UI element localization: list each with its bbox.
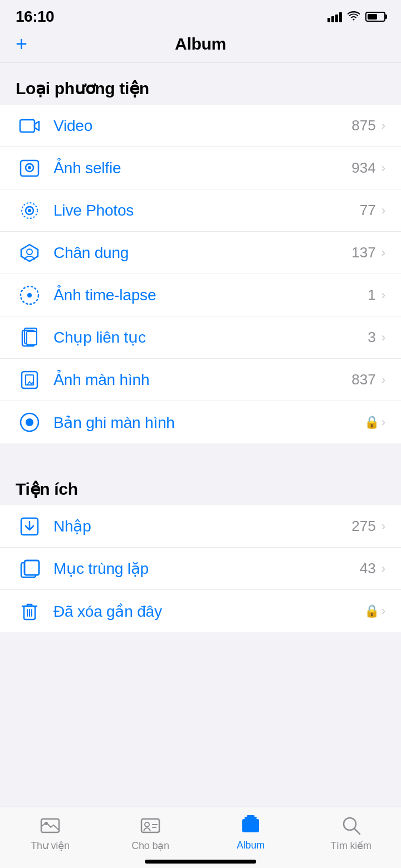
utilities-title: Tiện ích <box>16 480 78 498</box>
duplicates-label: Mục trùng lặp <box>53 559 360 578</box>
import-icon <box>16 513 43 540</box>
portrait-chevron: › <box>382 246 385 260</box>
selfie-count: 934 <box>351 159 375 177</box>
screen-record-icon <box>16 408 43 436</box>
selfie-icon <box>16 154 43 182</box>
video-count: 875 <box>351 117 375 134</box>
svg-rect-25 <box>41 819 59 832</box>
status-icons <box>327 11 385 23</box>
media-types-header: Loại phương tiện <box>0 63 401 105</box>
list-item-video[interactable]: Video 875 › <box>0 105 401 147</box>
recently-deleted-label: Đã xóa gần đây <box>53 602 364 621</box>
recently-deleted-chevron: › <box>382 604 385 618</box>
status-time: 16:10 <box>16 8 54 26</box>
selfie-chevron: › <box>382 161 385 175</box>
burst-count: 3 <box>368 329 375 346</box>
home-indicator <box>145 860 256 864</box>
video-label: Video <box>53 117 351 135</box>
import-label: Nhập <box>53 517 351 535</box>
tab-for-you[interactable]: Cho bạn <box>100 814 200 852</box>
for-you-tab-icon <box>138 814 163 836</box>
utilities-list: Nhập 275 › Mục trùng lặp 43 › Đã xóa <box>0 505 401 632</box>
tab-bar: Thư viện Cho bạn Album <box>0 807 401 868</box>
album-tab-label: Album <box>237 840 265 851</box>
status-bar: 16:10 <box>0 0 401 30</box>
time-lapse-label: Ảnh time-lapse <box>53 286 368 304</box>
list-item-selfie[interactable]: Ảnh selfie 934 › <box>0 147 401 189</box>
add-album-button[interactable]: + <box>16 34 27 54</box>
screenshot-chevron: › <box>382 373 385 387</box>
live-photos-label: Live Photos <box>53 202 360 220</box>
duplicates-icon <box>16 555 43 583</box>
screen-record-lock: 🔒 <box>364 415 379 430</box>
media-types-title: Loại phương tiện <box>16 79 149 97</box>
battery-icon <box>365 12 385 22</box>
list-item-import[interactable]: Nhập 275 › <box>0 505 401 548</box>
portrait-count: 137 <box>351 244 375 261</box>
svg-rect-14 <box>26 375 33 385</box>
search-tab-icon <box>339 814 363 836</box>
trash-icon <box>16 597 43 625</box>
svg-point-28 <box>145 822 149 827</box>
tab-library[interactable]: Thư viện <box>0 814 100 852</box>
library-tab-icon <box>38 814 62 836</box>
nav-title: Album <box>175 35 226 53</box>
list-item-screenshot[interactable]: Ảnh màn hình 837 › <box>0 359 401 401</box>
tab-search[interactable]: Tìm kiếm <box>301 814 401 852</box>
burst-chevron: › <box>382 330 385 345</box>
list-item-screen-record[interactable]: Bản ghi màn hình 🔒 › <box>0 401 401 443</box>
time-lapse-icon <box>16 281 43 309</box>
recently-deleted-lock: 🔒 <box>364 604 379 618</box>
import-count: 275 <box>351 518 375 535</box>
list-item-live-photos[interactable]: Live Photos 77 › <box>0 189 401 232</box>
media-types-list: Video 875 › Ảnh selfie 934 › Live Photos <box>0 105 401 443</box>
svg-point-26 <box>45 822 48 825</box>
for-you-tab-label: Cho bạn <box>131 840 169 852</box>
import-chevron: › <box>382 519 385 534</box>
live-photos-icon <box>16 197 43 225</box>
svg-rect-19 <box>25 560 39 575</box>
svg-rect-29 <box>242 819 259 832</box>
screen-record-chevron: › <box>382 415 385 430</box>
video-icon <box>16 112 43 140</box>
wifi-icon <box>348 11 360 23</box>
svg-point-16 <box>26 418 33 426</box>
video-chevron: › <box>382 119 385 133</box>
svg-line-33 <box>354 828 360 834</box>
list-item-duplicates[interactable]: Mục trùng lặp 43 › <box>0 548 401 590</box>
list-item-time-lapse[interactable]: Ảnh time-lapse 1 › <box>0 274 401 316</box>
time-lapse-chevron: › <box>382 288 385 303</box>
nav-bar: + Album <box>0 30 401 63</box>
list-item-burst[interactable]: Chụp liên tục 3 › <box>0 316 401 359</box>
list-item-portrait[interactable]: Chân dung 137 › <box>0 232 401 274</box>
selfie-label: Ảnh selfie <box>53 159 351 177</box>
screenshot-label: Ảnh màn hình <box>53 370 351 389</box>
screen-record-label: Bản ghi màn hình <box>53 413 364 432</box>
library-tab-label: Thư viện <box>31 840 69 852</box>
portrait-label: Chân dung <box>53 244 351 262</box>
utilities-header: Tiện ích <box>0 464 401 505</box>
screenshot-count: 837 <box>351 371 375 388</box>
tab-album[interactable]: Album <box>200 814 301 851</box>
burst-label: Chụp liên tục <box>53 328 368 347</box>
burst-icon <box>16 324 43 352</box>
svg-rect-0 <box>20 120 35 132</box>
section-gap <box>0 443 401 464</box>
live-photos-chevron: › <box>382 203 385 218</box>
svg-rect-12 <box>27 331 37 345</box>
list-item-recently-deleted[interactable]: Đã xóa gần đây 🔒 › <box>0 590 401 632</box>
duplicates-chevron: › <box>382 562 385 576</box>
album-tab-icon <box>238 814 263 836</box>
svg-point-3 <box>28 166 31 169</box>
screenshot-icon <box>16 366 43 394</box>
portrait-icon <box>16 239 43 267</box>
svg-point-9 <box>27 293 32 298</box>
svg-point-7 <box>27 249 32 255</box>
live-photos-count: 77 <box>360 202 376 219</box>
svg-rect-31 <box>247 815 255 817</box>
svg-rect-13 <box>22 372 37 388</box>
svg-point-5 <box>28 209 31 212</box>
search-tab-label: Tìm kiếm <box>330 840 371 852</box>
time-lapse-count: 1 <box>368 286 375 304</box>
signal-icon <box>327 11 342 22</box>
